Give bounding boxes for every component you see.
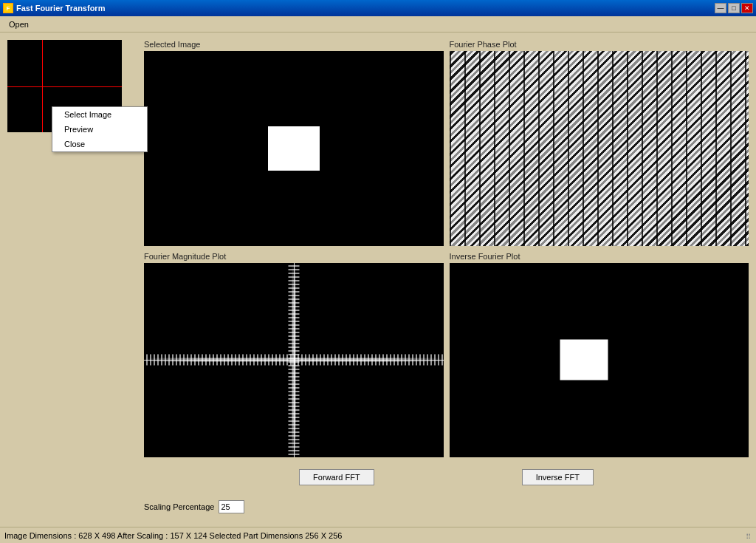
inverse-canvas <box>450 263 749 458</box>
selected-image-plot: Selected Image <box>144 40 444 246</box>
status-bar: Image Dimensions : 628 X 498 After Scali… <box>0 527 756 543</box>
selected-image-canvas <box>144 51 444 246</box>
context-menu: Select Image Preview Close <box>52 106 148 152</box>
minimize-button[interactable]: — <box>715 3 726 13</box>
inverse-fft-button[interactable]: Inverse FFT <box>522 469 594 485</box>
left-panel: Select Image Preview Close <box>7 40 137 519</box>
resize-handle[interactable]: ⠿ <box>746 533 756 543</box>
title-controls: — □ ✕ <box>715 3 753 13</box>
magnitude-cross-v <box>294 263 295 458</box>
phase-plot: Fourier Phase Plot <box>450 40 749 246</box>
selected-image-rect <box>268 126 320 171</box>
title-bar: F Fast Fourier Transform — □ ✕ <box>0 0 756 16</box>
scaling-row: Scaling Percentage <box>144 497 749 519</box>
phase-label: Fourier Phase Plot <box>450 40 749 49</box>
open-menu-item[interactable]: Open <box>3 18 35 30</box>
right-panel: Selected Image Fourier Phase Plot Fourie… <box>144 40 749 519</box>
inverse-plot: Inverse Fourier Plot <box>450 252 749 458</box>
menu-bar: Open <box>0 16 756 33</box>
selected-image-label: Selected Image <box>144 40 444 49</box>
context-menu-select-image[interactable]: Select Image <box>52 107 147 122</box>
scaling-input[interactable] <box>219 500 244 513</box>
main-content: Select Image Preview Close Selected Imag… <box>0 33 756 527</box>
phase-vlines <box>450 51 749 246</box>
close-window-button[interactable]: ✕ <box>741 3 753 13</box>
red-line-horizontal <box>7 86 122 87</box>
window-title: Fast Fourier Transform <box>16 4 105 13</box>
magnitude-canvas <box>144 263 444 458</box>
app-icon: F <box>3 3 13 13</box>
inverse-image-rect <box>560 340 608 380</box>
magnitude-plot: Fourier Magnitude Plot <box>144 252 444 458</box>
forward-fft-button[interactable]: Forward FFT <box>299 469 374 485</box>
context-menu-preview[interactable]: Preview <box>52 122 147 137</box>
phase-canvas <box>450 51 749 246</box>
maximize-button[interactable]: □ <box>728 3 740 13</box>
magnitude-label: Fourier Magnitude Plot <box>144 252 444 261</box>
status-text: Image Dimensions : 628 X 498 After Scali… <box>4 531 342 540</box>
plots-grid: Selected Image Fourier Phase Plot Fourie… <box>144 40 749 457</box>
title-bar-left: F Fast Fourier Transform <box>3 3 105 13</box>
scaling-label: Scaling Percentage <box>144 502 214 511</box>
red-line-vertical <box>42 40 43 132</box>
buttons-row: Forward FFT Inverse FFT <box>144 463 749 491</box>
inverse-label: Inverse Fourier Plot <box>450 252 749 261</box>
context-menu-close[interactable]: Close <box>52 137 147 151</box>
